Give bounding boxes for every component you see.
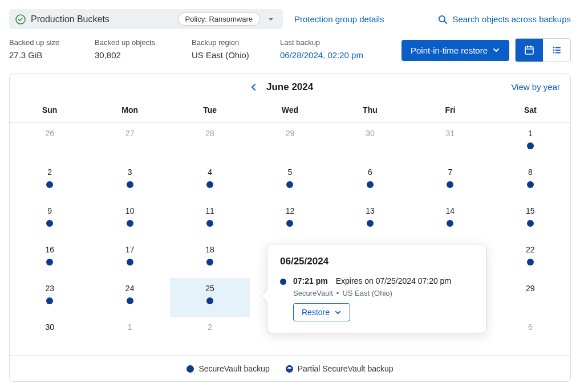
- calendar-legend: SecureVault backup Partial SecureVault b…: [10, 356, 570, 381]
- calendar-day[interactable]: 16: [10, 239, 90, 278]
- chevron-down-icon: [265, 13, 277, 26]
- day-of-week-label: Mon: [90, 100, 169, 122]
- list-view-button[interactable]: [543, 39, 570, 62]
- calendar-day[interactable]: 12: [250, 201, 330, 239]
- legend-partial-backup: Partial SecureVault backup: [286, 364, 394, 373]
- calendar-day[interactable]: 1: [490, 123, 570, 162]
- calendar-day[interactable]: 3: [90, 162, 169, 201]
- backup-dot-icon: [527, 220, 534, 227]
- point-in-time-restore-button[interactable]: Point-in-time restore: [401, 40, 509, 61]
- protection-group-left: Production Buckets: [15, 14, 109, 25]
- day-of-week-row: SunMonTueWedThuFriSat: [10, 100, 570, 123]
- day-of-week-label: Sun: [10, 100, 90, 122]
- chevron-down-icon: [492, 46, 500, 54]
- day-number: 1: [128, 322, 132, 332]
- calendar-day[interactable]: 6: [330, 162, 410, 201]
- calendar-day[interactable]: 30: [10, 317, 90, 356]
- calendar-day[interactable]: 8: [490, 162, 570, 201]
- calendar-weeks: 2627282930311234567891011121314151617181…: [10, 123, 570, 356]
- view-toggle: [515, 38, 571, 62]
- stat-backed-up-objects: Backed up objects 30,802: [95, 38, 192, 60]
- calendar-day[interactable]: 29: [250, 123, 330, 162]
- calendar-day[interactable]: 27: [90, 123, 169, 162]
- full-backup-dot-icon: [186, 365, 194, 373]
- popover-source-row: SecureVault•US East (Ohio): [293, 289, 473, 297]
- restore-button[interactable]: Restore: [293, 303, 350, 321]
- calendar-day[interactable]: 24: [90, 278, 169, 317]
- backup-dot-icon: [127, 297, 133, 304]
- calendar-title: June 2024: [266, 81, 313, 93]
- day-number: 13: [366, 206, 375, 215]
- stat-value[interactable]: 06/28/2024, 02:20 pm: [280, 50, 391, 60]
- protection-group-title: Production Buckets: [31, 14, 109, 24]
- view-by-year-link[interactable]: View by year: [511, 82, 560, 92]
- calendar-day[interactable]: 25: [170, 278, 250, 317]
- day-number: 25: [205, 284, 214, 293]
- chevron-down-icon: [334, 309, 342, 316]
- protection-group-details-link[interactable]: Protection group details: [294, 14, 384, 24]
- day-number: 17: [125, 245, 135, 254]
- calendar-week: 9101112131415: [10, 201, 570, 239]
- policy-label: Policy: Ransomware: [178, 13, 261, 26]
- calendar-day[interactable]: 1: [90, 317, 169, 356]
- calendar-day[interactable]: 13: [330, 201, 410, 239]
- calendar-day[interactable]: 9: [10, 201, 90, 239]
- day-number: 30: [45, 322, 54, 332]
- legend-full-label: SecureVault backup: [198, 364, 269, 373]
- day-number: 22: [526, 245, 535, 254]
- svg-point-7: [553, 47, 555, 48]
- calendar-day[interactable]: 31: [410, 123, 490, 162]
- calendar-day[interactable]: 14: [410, 201, 490, 239]
- day-number: 1: [528, 129, 533, 138]
- calendar-day[interactable]: 2: [170, 317, 250, 356]
- calendar-view-button[interactable]: [516, 39, 543, 62]
- day-of-week-label: Sat: [490, 100, 570, 122]
- calendar-day[interactable]: 6: [490, 317, 570, 356]
- search-icon: [437, 14, 448, 24]
- backup-dot-icon: [127, 220, 133, 227]
- calendar-day[interactable]: 29: [490, 278, 570, 317]
- day-of-week-label: Thu: [330, 100, 410, 122]
- day-number: 18: [205, 245, 214, 254]
- backup-dot-icon: [206, 297, 213, 304]
- popover-expires: Expires on 07/25/2024 07:20 pm: [336, 276, 451, 285]
- day-number: 5: [288, 168, 293, 177]
- calendar-day[interactable]: 5: [250, 162, 330, 201]
- day-of-week-label: Tue: [170, 100, 250, 122]
- calendar-day[interactable]: 7: [410, 162, 490, 201]
- day-number: 6: [528, 322, 533, 332]
- day-number: 16: [45, 245, 54, 254]
- restore-label: Restore: [302, 308, 330, 317]
- calendar-day[interactable]: 11: [170, 201, 250, 239]
- recovery-point-popover: 06/25/2024 07:21 pmExpires on 07/25/2024…: [267, 244, 486, 333]
- backup-dot-icon: [367, 220, 374, 227]
- legend-full-backup: SecureVault backup: [186, 364, 269, 373]
- svg-point-9: [553, 52, 555, 54]
- calendar-day[interactable]: 18: [170, 239, 250, 278]
- backup-dot-icon: [286, 181, 293, 188]
- policy-selector[interactable]: Policy: Ransomware: [178, 13, 278, 26]
- calendar-day[interactable]: 17: [90, 239, 169, 278]
- day-number: 12: [286, 206, 295, 215]
- stat-backup-region: Backup region US East (Ohio): [192, 38, 280, 60]
- backup-dot-icon: [206, 220, 213, 227]
- calendar-day[interactable]: 30: [330, 123, 410, 162]
- calendar-icon: [524, 44, 535, 56]
- calendar-day[interactable]: 4: [170, 162, 250, 201]
- calendar-day[interactable]: 10: [90, 201, 169, 239]
- day-of-week-label: Fri: [410, 100, 490, 122]
- check-circle-icon: [15, 14, 26, 25]
- stat-backed-up-size: Backed up size 27.3 GiB: [9, 38, 95, 60]
- search-objects-link[interactable]: Search objects across backups: [437, 14, 571, 24]
- calendar-day[interactable]: 22: [490, 239, 570, 278]
- calendar-day[interactable]: 23: [10, 278, 90, 317]
- backup-dot-icon: [127, 259, 133, 266]
- calendar-day[interactable]: 2: [10, 162, 90, 201]
- backup-dot-icon: [280, 279, 286, 285]
- day-number: 8: [528, 168, 533, 177]
- popover-time: 07:21 pm: [293, 276, 328, 285]
- calendar-day[interactable]: 28: [170, 123, 250, 162]
- prev-month-button[interactable]: [249, 83, 258, 92]
- calendar-day[interactable]: 26: [10, 123, 90, 162]
- calendar-day[interactable]: 15: [490, 201, 570, 239]
